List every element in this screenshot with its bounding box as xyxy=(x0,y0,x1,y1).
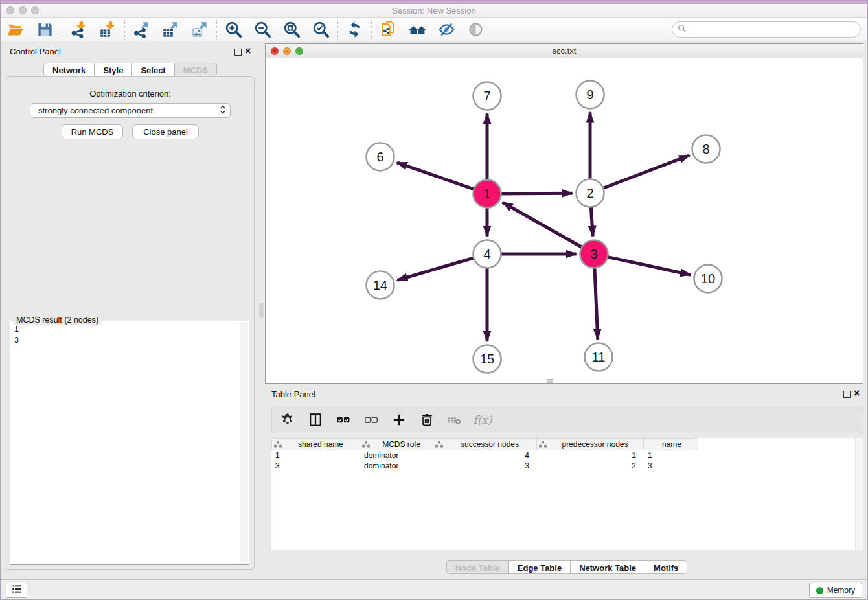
cell-name: 3 xyxy=(644,461,698,471)
svg-text:14: 14 xyxy=(373,278,387,292)
svg-text:6: 6 xyxy=(376,150,383,164)
search-icon xyxy=(678,24,687,36)
network-graph: 7968124314101511 xyxy=(266,58,863,383)
task-history-button[interactable] xyxy=(6,583,27,598)
cell-predecessor-nodes: 1 xyxy=(537,450,644,461)
export-image-icon[interactable] xyxy=(190,19,210,40)
delete-row-icon[interactable] xyxy=(418,411,436,429)
vertical-splitter-handle[interactable] xyxy=(259,303,264,318)
zoom-in-icon[interactable] xyxy=(223,19,244,40)
table-header-row: shared nameMCDS rolesuccessor nodesprede… xyxy=(271,438,863,450)
tab-select[interactable]: Select xyxy=(132,63,174,76)
table-row[interactable]: 3dominator323 xyxy=(271,461,863,471)
tab-style[interactable]: Style xyxy=(95,63,132,76)
criterion-select[interactable]: strongly connected component xyxy=(30,103,231,118)
result-scrollbar[interactable] xyxy=(240,322,248,564)
zoom-fit-icon[interactable] xyxy=(282,19,302,40)
node-table: shared nameMCDS rolesuccessor nodesprede… xyxy=(271,438,863,550)
column-header-successor-nodes[interactable]: successor nodes xyxy=(433,438,537,450)
tab-motifs[interactable]: Motifs xyxy=(645,560,687,574)
control-panel-title: Control Panel xyxy=(10,47,61,56)
column-header-mcds-role[interactable]: MCDS role xyxy=(360,438,433,450)
memory-button[interactable]: Memory xyxy=(809,583,862,598)
tab-network[interactable]: Network xyxy=(43,63,95,76)
close-panel-button[interactable]: Close panel xyxy=(132,124,199,139)
node-15[interactable]: 15 xyxy=(474,345,501,373)
export-network-icon[interactable] xyxy=(131,19,152,40)
edge-3-1[interactable] xyxy=(503,203,594,254)
tab-network-table[interactable]: Network Table xyxy=(571,560,645,574)
column-header-predecessor-nodes[interactable]: predecessor nodes xyxy=(537,438,644,450)
network-window-titlebar: × − + scc.txt xyxy=(266,44,863,58)
edge-2-8[interactable] xyxy=(590,156,689,193)
network-canvas[interactable]: 7968124314101511 xyxy=(266,58,863,383)
refresh-network-icon[interactable] xyxy=(345,19,365,40)
table-settings-icon[interactable] xyxy=(279,411,297,429)
svg-text:7: 7 xyxy=(483,89,490,103)
show-graphics-disabled-icon xyxy=(466,19,486,40)
mcds-result-lines[interactable]: 13 xyxy=(14,324,237,562)
table-body: 1dominator4113dominator323 xyxy=(271,450,863,471)
search-box[interactable] xyxy=(672,21,861,38)
node-9[interactable]: 9 xyxy=(577,81,604,109)
svg-text:15: 15 xyxy=(480,352,494,366)
add-row-icon[interactable] xyxy=(390,411,408,429)
node-4[interactable]: 4 xyxy=(474,240,501,268)
table-panel-close-icon[interactable]: × xyxy=(854,389,860,398)
tab-node-table[interactable]: Node Table xyxy=(446,560,509,574)
application-window: Session: New Session Control Panel × Net… xyxy=(0,0,868,600)
table-toolbar: f(x) xyxy=(271,406,863,433)
node-6[interactable]: 6 xyxy=(367,143,394,171)
stepper-icon xyxy=(220,104,226,117)
node-3[interactable]: 3 xyxy=(580,240,608,268)
memory-status-icon xyxy=(816,587,823,594)
result-line: 1 xyxy=(14,324,237,335)
horizontal-splitter-handle[interactable] xyxy=(547,379,553,383)
status-bar: Memory xyxy=(1,579,867,599)
cell-shared-name: 1 xyxy=(271,450,360,461)
clone-network-icon[interactable] xyxy=(378,19,398,40)
node-11[interactable]: 11 xyxy=(585,343,613,371)
node-1[interactable]: 1 xyxy=(474,180,501,208)
show-columns-icon[interactable] xyxy=(306,411,325,429)
optimization-criterion-label: Optimization criterion: xyxy=(1,89,260,98)
column-header-name[interactable]: name xyxy=(644,438,698,450)
import-network-icon[interactable] xyxy=(69,19,89,40)
svg-text:8: 8 xyxy=(702,142,709,156)
hide-graphics-icon[interactable] xyxy=(437,19,457,40)
window-title: Session: New Session xyxy=(1,6,867,16)
column-header-shared-name[interactable]: shared name xyxy=(271,438,360,450)
control-panel-close-icon[interactable]: × xyxy=(245,47,251,56)
run-mcds-button[interactable]: Run MCDS xyxy=(62,124,123,139)
cell-mcds-role: dominator xyxy=(360,450,433,461)
node-8[interactable]: 8 xyxy=(692,135,720,163)
import-table-icon[interactable] xyxy=(98,19,118,40)
control-panel-tabs: NetworkStyleSelectMCDS xyxy=(6,63,255,76)
deselect-all-icon[interactable] xyxy=(362,411,380,429)
zoom-selected-icon[interactable] xyxy=(311,19,331,40)
edge-3-10[interactable] xyxy=(594,254,691,275)
node-7[interactable]: 7 xyxy=(474,82,501,110)
svg-text:11: 11 xyxy=(592,350,606,364)
cell-shared-name: 3 xyxy=(271,461,360,471)
table-scrollbar[interactable] xyxy=(855,438,863,550)
control-panel-float-icon[interactable] xyxy=(234,49,242,56)
table-row[interactable]: 1dominator411 xyxy=(271,450,863,461)
delete-table-disabled-icon xyxy=(446,411,464,429)
node-14[interactable]: 14 xyxy=(367,271,394,299)
home-layout-icon[interactable] xyxy=(407,19,428,40)
select-all-icon[interactable] xyxy=(334,411,352,429)
svg-text:9: 9 xyxy=(586,87,593,102)
tab-mcds[interactable]: MCDS xyxy=(175,63,217,76)
table-panel-float-icon[interactable] xyxy=(843,391,851,398)
cell-predecessor-nodes: 2 xyxy=(537,461,644,471)
open-file-icon[interactable] xyxy=(6,19,26,40)
save-session-icon[interactable] xyxy=(35,19,55,40)
search-input[interactable] xyxy=(690,23,860,36)
svg-text:10: 10 xyxy=(701,271,715,286)
zoom-out-icon[interactable] xyxy=(253,19,273,40)
node-2[interactable]: 2 xyxy=(577,179,604,207)
node-10[interactable]: 10 xyxy=(694,265,722,293)
export-table-icon[interactable] xyxy=(161,19,181,40)
tab-edge-table[interactable]: Edge Table xyxy=(509,560,571,574)
